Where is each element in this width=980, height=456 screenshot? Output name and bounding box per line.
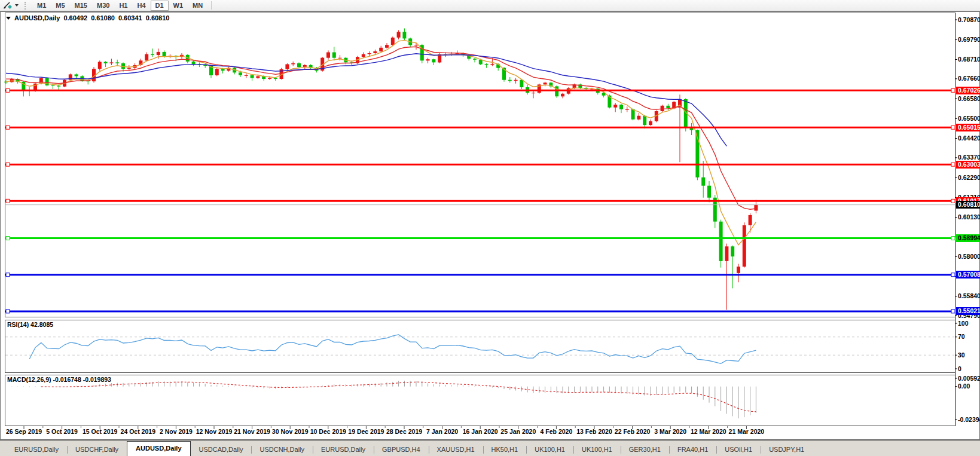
timeframe-button-m5[interactable]: M5 — [51, 1, 69, 11]
timeframe-button-m15[interactable]: M15 — [70, 1, 92, 11]
chart-dropdown-icon[interactable] — [6, 17, 11, 20]
quote-low: 0.60341 — [118, 14, 142, 22]
macd-value: -0.016748 — [53, 376, 81, 383]
timeframe-button-m1[interactable]: M1 — [32, 1, 51, 11]
chart-tab-xauusd-h1[interactable]: XAUUSD,H1 — [429, 443, 483, 456]
chart-title-bar[interactable]: AUDUSD,Daily 0.60492 0.61080 0.60341 0.6… — [6, 14, 170, 22]
toolbar-separator — [211, 1, 212, 10]
chart-tab-audusd-daily[interactable]: AUDUSD,Daily — [127, 441, 190, 456]
chart-tab-uk100-h1[interactable]: UK100,H1 — [526, 443, 573, 456]
quote-open: 0.60492 — [63, 14, 87, 22]
quote-high: 0.61080 — [91, 14, 115, 22]
timeframe-button-h4[interactable]: H4 — [132, 1, 150, 11]
macd-name: MACD(12,26,9) — [7, 376, 51, 383]
chart-tab-usoil-h1[interactable]: USOil,H1 — [716, 443, 761, 456]
chart-tab-bar: EURUSD,DailyUSDCHF,DailyAUDUSD,DailyUSDC… — [0, 440, 980, 456]
timeframe-buttons: M1M5M15M30H1H4D1W1MN — [32, 1, 207, 11]
chart-tab-usdcnh-daily[interactable]: USDCNH,Daily — [251, 443, 313, 456]
toolbar-grip[interactable] — [25, 2, 28, 10]
chart-tab-usdjpy-h1[interactable]: USDJPY,H1 — [761, 443, 813, 456]
chart-tab-usdcad-daily[interactable]: USDCAD,Daily — [191, 443, 252, 456]
chart-tab-hk50-h1[interactable]: HK50,H1 — [483, 443, 527, 456]
chart-tab-eurusd-daily[interactable]: EURUSD,Daily — [6, 443, 67, 456]
timeframe-button-h1[interactable]: H1 — [114, 1, 132, 11]
chart-tab-fra40-h1[interactable]: FRA40,H1 — [669, 443, 716, 456]
chart-tab-usdchf-daily[interactable]: USDCHF,Daily — [67, 443, 127, 456]
quote-close: 0.60810 — [146, 14, 170, 22]
timeframe-toolbar: M1M5M15M30H1H4D1W1MN — [0, 0, 980, 11]
chart-tab-uk100-h1[interactable]: UK100,H1 — [573, 443, 621, 456]
chart-tab-gbpusd-h4[interactable]: GBPUSD,H4 — [374, 443, 429, 456]
timeframe-button-m30[interactable]: M30 — [92, 1, 114, 11]
chart-symbol-label: AUDUSD,Daily — [14, 14, 60, 22]
chart-window[interactable] — [0, 11, 980, 440]
timeframe-button-w1[interactable]: W1 — [169, 1, 188, 11]
chart-tab-ger30-h1[interactable]: GER30,H1 — [621, 443, 669, 456]
timeframe-button-d1[interactable]: D1 — [151, 1, 169, 11]
timeframe-button-mn[interactable]: MN — [188, 1, 207, 11]
rsi-name: RSI(14) — [7, 321, 29, 328]
macd-pane-label: MACD(12,26,9) -0.016748 -0.019893 — [7, 376, 111, 383]
rsi-pane-label: RSI(14) 42.8085 — [7, 321, 53, 328]
macd-signal-value: -0.019893 — [83, 376, 111, 383]
chart-tab-eurusd-daily[interactable]: EURUSD,Daily — [313, 443, 374, 456]
rsi-value: 42.8085 — [30, 321, 53, 328]
chevron-down-icon[interactable] — [15, 4, 19, 7]
chart-tool-icon[interactable] — [2, 1, 14, 10]
